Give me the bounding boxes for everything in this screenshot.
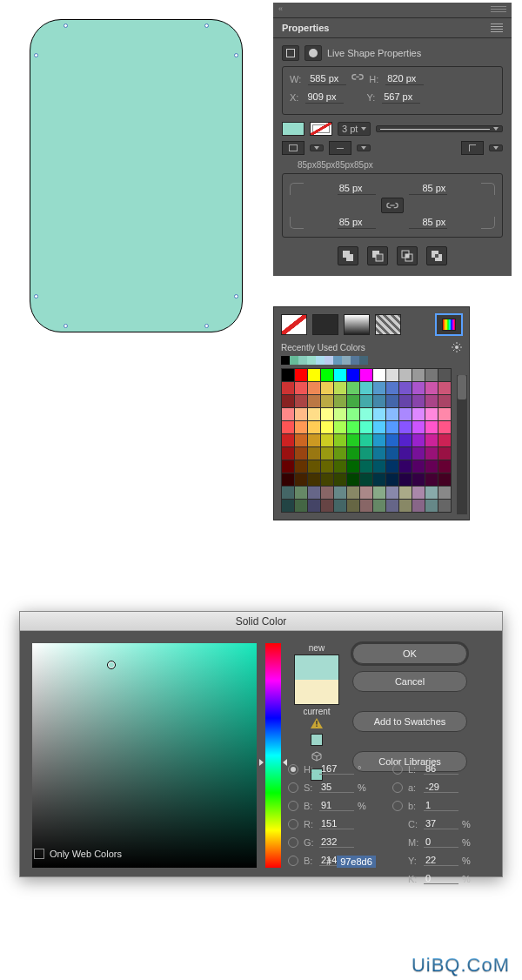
swatch-cell[interactable] (373, 395, 385, 407)
panel-menu-icon[interactable] (491, 23, 503, 32)
recent-swatch[interactable] (325, 356, 333, 365)
swatch-cell[interactable] (360, 460, 372, 473)
swatch-cell[interactable] (360, 369, 372, 381)
swatch-cell[interactable] (295, 473, 307, 486)
swatch-cell[interactable] (347, 500, 359, 512)
r-field[interactable]: 151 (319, 818, 354, 829)
swatch-cell[interactable] (438, 369, 451, 381)
path-exclude-button[interactable] (426, 246, 447, 265)
swatch-cell[interactable] (399, 421, 412, 433)
swatch-cell[interactable] (295, 500, 307, 512)
sv-cursor-icon[interactable] (107, 661, 116, 669)
swatch-cell[interactable] (334, 395, 346, 407)
swatch-cell[interactable] (373, 369, 385, 381)
swatch-cell[interactable] (347, 382, 359, 394)
swatch-cell[interactable] (334, 421, 346, 433)
recent-swatch[interactable] (298, 356, 307, 365)
corner-handle-icon[interactable] (234, 294, 238, 299)
hex-field[interactable]: 97e8d6 (337, 856, 376, 868)
radio-s[interactable] (288, 782, 298, 793)
swatch-cell[interactable] (438, 434, 451, 446)
swatch-cell[interactable] (399, 369, 412, 381)
hue-slider[interactable] (265, 643, 281, 868)
swatch-cell[interactable] (425, 408, 438, 420)
swatch-cell[interactable] (282, 447, 294, 460)
swatch-cell[interactable] (282, 395, 294, 407)
cancel-button[interactable]: Cancel (352, 671, 467, 692)
swatch-cell[interactable] (321, 395, 333, 407)
swatch-cell[interactable] (295, 408, 307, 420)
swatch-cell[interactable] (386, 447, 398, 460)
corner-join-icon[interactable] (461, 141, 484, 155)
swatch-cell[interactable] (321, 473, 333, 486)
swatch-cell[interactable] (360, 447, 372, 460)
gamut-target-swatch[interactable] (311, 734, 323, 746)
swatch-cell[interactable] (412, 382, 425, 394)
swatch-cell[interactable] (360, 421, 372, 433)
swatch-cell[interactable] (438, 408, 451, 420)
path-subtract-button[interactable] (367, 246, 388, 265)
swatch-cell[interactable] (347, 421, 359, 433)
swatch-cell[interactable] (412, 395, 425, 407)
swatch-cell[interactable] (412, 369, 425, 381)
swatch-cell[interactable] (412, 460, 425, 473)
swatch-cell[interactable] (282, 434, 294, 446)
swatch-cell[interactable] (438, 500, 451, 512)
swatch-cell[interactable] (373, 473, 385, 486)
swatch-cell[interactable] (386, 434, 398, 446)
swatch-cell[interactable] (425, 369, 438, 381)
swatch-cell[interactable] (282, 408, 294, 420)
width-field[interactable]: 585 px (308, 72, 346, 85)
recent-swatch[interactable] (359, 356, 368, 365)
stroke-swatch[interactable] (310, 122, 332, 136)
swatch-cell[interactable] (282, 473, 294, 486)
swatch-cell[interactable] (295, 421, 307, 433)
swatch-cell[interactable] (399, 500, 412, 512)
stroke-weight-dropdown[interactable]: 3 pt (338, 122, 371, 136)
swatch-cell[interactable] (334, 460, 346, 473)
swatch-cell[interactable] (334, 369, 346, 381)
ok-button[interactable]: OK (352, 643, 467, 664)
x-field[interactable]: 909 px (305, 91, 344, 104)
swatch-cell[interactable] (373, 421, 385, 433)
swatch-cell[interactable] (438, 487, 451, 499)
stroke-align-dropdown[interactable] (310, 144, 324, 151)
swatch-cell[interactable] (425, 487, 438, 499)
swatch-cell[interactable] (308, 395, 320, 407)
swatch-cell[interactable] (399, 460, 412, 473)
corner-handle-icon[interactable] (64, 23, 68, 28)
radius-br-field[interactable]: 85 px (409, 216, 447, 229)
color-picker-button[interactable] (436, 314, 462, 335)
swatch-cell[interactable] (334, 434, 346, 446)
recent-swatch[interactable] (307, 356, 316, 365)
swatch-cell[interactable] (321, 460, 333, 473)
swatch-cell[interactable] (321, 369, 333, 381)
radio-h[interactable] (288, 764, 298, 775)
s-field[interactable]: 35 (319, 782, 354, 793)
swatch-cell[interactable] (386, 382, 398, 394)
swatch-cell[interactable] (386, 421, 398, 433)
swatch-cell[interactable] (347, 369, 359, 381)
swatch-cell[interactable] (295, 434, 307, 446)
swatch-cell[interactable] (308, 473, 320, 486)
pattern-button[interactable] (375, 314, 401, 335)
b-field[interactable]: 1 (424, 800, 458, 811)
rounded-rect-shape[interactable] (30, 19, 243, 332)
swatch-cell[interactable] (308, 382, 320, 394)
gradient-button[interactable] (344, 314, 370, 335)
swatch-cell[interactable] (425, 447, 438, 460)
swatch-cell[interactable] (438, 460, 451, 473)
swatch-cell[interactable] (412, 500, 425, 512)
swatch-cell[interactable] (399, 487, 412, 499)
gamut-warning-icon[interactable] (311, 718, 323, 728)
swatch-cell[interactable] (373, 382, 385, 394)
swatch-cell[interactable] (334, 473, 346, 486)
swatch-cell[interactable] (321, 421, 333, 433)
join-dropdown[interactable] (489, 144, 503, 151)
swatch-cell[interactable] (282, 369, 294, 381)
swatch-cell[interactable] (347, 395, 359, 407)
swatch-cell[interactable] (308, 434, 320, 446)
cap-icon[interactable] (329, 141, 351, 155)
swatch-cell[interactable] (399, 382, 412, 394)
swatch-cell[interactable] (425, 434, 438, 446)
